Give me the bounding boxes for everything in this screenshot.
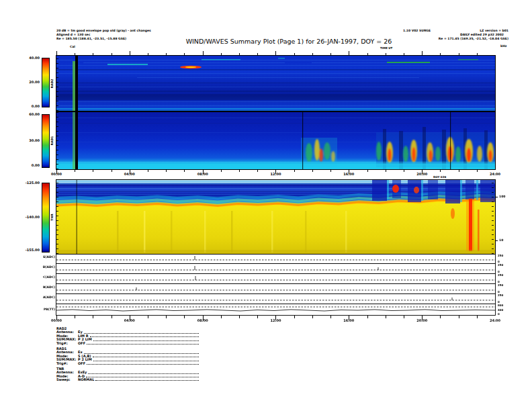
- strip-right-tick: 250: [498, 273, 503, 277]
- rad1-freq-ticks-left: [56, 112, 58, 169]
- legend-group-tnr: TNR Antenna:ExEy Mode:A-D Sweep:NORMAL: [56, 367, 199, 382]
- dotted-leader: [93, 357, 199, 357]
- bottom-axis-tick-label: 20:00: [413, 318, 431, 322]
- dotted-leader: [86, 377, 199, 377]
- bottom-axis-tick-label: 04:00: [121, 318, 138, 322]
- strip-row-label: C(ADC): [35, 275, 55, 279]
- tnr-right-tick-100: [495, 197, 498, 197]
- tnr-freq-ticks-left: [56, 180, 58, 254]
- rad2-spectrogram: [56, 56, 495, 111]
- bottom-axis-tick-label: 00:00: [48, 318, 65, 322]
- waves-summary-plot: 20 dB = tm good envelope pop old (gray) …: [0, 0, 532, 411]
- mid-axis-tick-label: 04:00: [121, 172, 138, 176]
- spacecraft-position-right: Re = 171.45 (169.35, -21.52, -18.04 GSE): [403, 37, 508, 41]
- status-strip-charts: [56, 254, 496, 316]
- strip-right-tick: 250: [498, 293, 503, 297]
- dotted-leader: [95, 380, 199, 381]
- time-ut-label: TIME UT: [380, 46, 392, 50]
- dotted-leader: [87, 344, 199, 345]
- strip-row-label: B(ADC): [35, 285, 55, 289]
- tnr-freq-label-100: 100: [499, 195, 505, 199]
- legend-row: Trig#:OFF: [56, 362, 199, 365]
- lz-version-note: LZ version = b01: [443, 29, 508, 33]
- khz-unit-label: kHz: [500, 44, 506, 48]
- rad2-freq-ticks-left: [56, 56, 58, 111]
- tnr-cb-tick-mid: -140.00: [19, 215, 40, 219]
- dotted-leader: [88, 373, 199, 374]
- strip-row-label: E(ADC): [35, 255, 55, 259]
- tnr-panel-frame: [56, 179, 496, 255]
- strip-right-tick: 0: [498, 312, 500, 316]
- rad1-panel-frame: [56, 111, 496, 170]
- strip-right-tick: 250: [498, 263, 503, 267]
- mid-axis-tick-label: 20:00: [413, 172, 431, 176]
- legend-row: Sweep:NORMAL: [56, 378, 199, 381]
- tnr-cb-tick-min: -155.00: [19, 248, 40, 252]
- settings-legend: RAD2 Antenna:Ey Mode:LIM R SUM/MAX:P 2 L…: [56, 327, 199, 383]
- strip-right-tick: 250: [498, 283, 503, 287]
- strip-row-label: D(ADC): [35, 265, 55, 269]
- tnr-freq-ticks-right: [492, 180, 494, 254]
- rad1-spectrogram: [56, 112, 495, 169]
- mid-axis-tick-label: 08:00: [194, 172, 212, 176]
- strip-right-tick: 400: [498, 308, 503, 312]
- mid-axis-tick-label: 16:00: [340, 172, 357, 176]
- strip-right-tick: 250: [498, 254, 503, 257]
- rad2-cb-tick-mid: 20.00: [19, 80, 40, 84]
- daily-note: DAILY edited 29 p32 2002: [403, 33, 504, 37]
- tnr-spectrogram: [56, 180, 495, 254]
- dotted-leader: [84, 333, 199, 334]
- cal-marker-label: Cal: [70, 45, 75, 49]
- bottom-axis-tick-label: 16:00: [340, 318, 357, 322]
- dotted-leader: [87, 364, 199, 365]
- bottom-axis-tick-label: 12:00: [267, 318, 285, 322]
- dotted-leader: [84, 353, 199, 354]
- header-note-line1: 20 dB = tm good envelope pop old (gray) …: [56, 29, 151, 33]
- tnr-freq-label-10: 10: [499, 238, 503, 242]
- rad1-cb-tick-max: 60.00: [19, 112, 40, 116]
- strip-row-label: A(ADC): [35, 295, 55, 300]
- rad1-cb-tick-mid: 30.00: [19, 138, 40, 142]
- rad1-cb-tick-min: 0.00: [19, 163, 40, 167]
- tnr-right-tick-10: [495, 240, 498, 241]
- bottom-axis-tick-label: 24:00: [486, 318, 504, 322]
- legend-group-rad1: RAD1 Antenna:Ex Mode:S (A,B) SUM/MAX:P 2…: [56, 347, 199, 365]
- strip-right-tick: 800: [498, 304, 503, 307]
- bottom-axis-tick-label: 08:00: [194, 318, 212, 322]
- header-note-line2: Aligned d = 130 sec: [56, 33, 90, 37]
- mid-axis-tick-label: 00:00: [48, 172, 65, 176]
- dotted-leader: [93, 340, 199, 341]
- dotted-leader: [93, 361, 199, 361]
- tnr-colorbar: [42, 183, 50, 253]
- dotted-leader: [90, 336, 199, 337]
- mid-axis-tick-label: 24:00: [486, 172, 504, 176]
- legend-group-rad2: RAD2 Antenna:Ey Mode:LIM R SUM/MAX:P 2 L…: [56, 327, 199, 345]
- rad2-cb-tick-min: 0.00: [19, 104, 40, 108]
- rad2-cb-tick-max: 40.00: [19, 56, 40, 60]
- legend-row: Trig#:OFF: [56, 342, 199, 345]
- rad2-colorbar: [42, 58, 50, 107]
- rad2-panel-frame: [56, 55, 496, 111]
- mid-axis-tick-label: 12:00: [267, 172, 285, 176]
- doy-label: DOY 026: [433, 175, 446, 179]
- tnr-cb-tick-max: -125.00: [19, 181, 40, 185]
- rad1-colorbar: [42, 114, 50, 168]
- strip-row-label: PB(TT): [35, 308, 55, 312]
- version-note: 1.10 V02 SURGE: [403, 29, 431, 33]
